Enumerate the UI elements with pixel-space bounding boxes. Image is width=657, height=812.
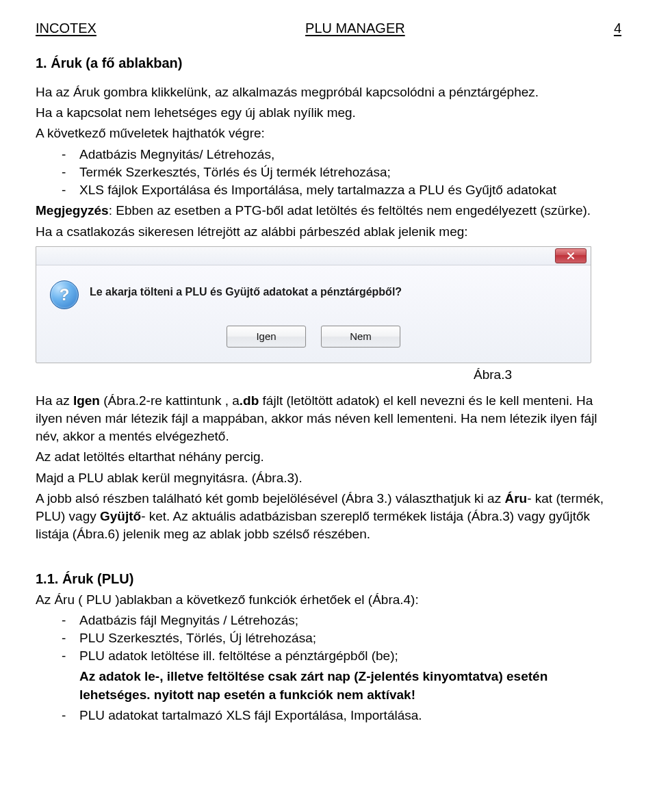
dialog-buttons-row: Igen Nem — [36, 315, 591, 363]
section1-bullets: Adatbázis Megnyitás/ Létrehozás, Termék … — [36, 146, 621, 200]
section1-para2: Ha a kapcsolat nem lehetséges egy új abl… — [36, 104, 621, 122]
dialog-body: ? Le akarja tölteni a PLU és Gyüjtő adat… — [36, 265, 591, 315]
t-bold-gyujto: Gyüjtő — [100, 509, 141, 523]
header-left: INCOTEX — [36, 21, 96, 36]
bullet-item: Adatbázis Megnyitás/ Létrehozás, — [36, 146, 621, 163]
page-header: INCOTEX PLU MANAGER 4 — [36, 21, 621, 38]
t: A jobb alsó részben található két gomb b… — [36, 491, 504, 506]
bullet-item: XLS fájlok Exportálása és Importálása, m… — [36, 181, 621, 199]
after-p1: Ha az Igen (Ábra.2-re kattintunk , a.db … — [36, 392, 621, 446]
section-1-1-title: 1.1. Áruk (PLU) — [36, 571, 621, 587]
section1-note: Megjegyzés: Ebben az esetben a PTG-ből a… — [36, 202, 621, 220]
note-label: Megjegyzés — [36, 203, 109, 218]
bullet-item: PLU adatok letöltése ill. feltöltése a p… — [36, 647, 621, 665]
yes-button[interactable]: Igen — [227, 326, 306, 348]
document-page: INCOTEX PLU MANAGER 4 1. Áruk (a fő abla… — [0, 0, 657, 755]
after-p2: Az adat letöltés eltarthat néhány percig… — [36, 448, 621, 466]
question-mark: ? — [60, 285, 70, 304]
section1-para1: Ha az Áruk gombra klikkelünk, az alkalma… — [36, 83, 621, 101]
note-rest: : Ebben az esetben a PTG-ből adat letölt… — [109, 203, 591, 218]
header-center: PLU MANAGER — [305, 21, 405, 36]
after-p4: A jobb alsó részben található két gomb b… — [36, 490, 621, 544]
page-number: 4 — [614, 21, 621, 36]
t-bold-db: .db — [240, 393, 259, 408]
bullet-item: Adatbázis fájl Megnyitás / Létrehozás; — [36, 612, 621, 629]
section11-intro: Az Áru ( PLU )ablakban a következő funkc… — [36, 591, 621, 609]
section1-para3: A következő műveletek hajthatók végre: — [36, 125, 621, 142]
section11-bullets: Adatbázis fájl Megnyitás / Létrehozás; P… — [36, 612, 621, 666]
section-1-title: 1. Áruk (a fő ablakban) — [36, 55, 621, 71]
no-button[interactable]: Nem — [321, 326, 400, 348]
t-bold-igen: Igen — [73, 393, 100, 408]
confirm-dialog: ? Le akarja tölteni a PLU és Gyüjtő adat… — [36, 246, 591, 363]
t: (Ábra.2-re kattintunk , a — [100, 393, 240, 408]
close-icon — [567, 252, 574, 259]
section11-bold-note: Az adatok le-, illetve feltöltése csak z… — [36, 668, 621, 703]
bullet-item: PLU Szerkesztés, Törlés, Új létrehozása; — [36, 629, 621, 647]
bullet-item: PLU adatokat tartalmazó XLS fájl Exportá… — [36, 707, 621, 724]
section11-bullets2: PLU adatokat tartalmazó XLS fájl Exportá… — [36, 707, 621, 724]
section1-para4: Ha a csatlakozás sikeresen létrejött az … — [36, 223, 621, 241]
bold-warn: Az adatok le-, illetve feltöltése csak z… — [79, 669, 548, 701]
bullet-item: Termék Szerkesztés, Törlés és Új termék … — [36, 163, 621, 181]
question-icon: ? — [50, 280, 79, 309]
figure3-caption: Ábra.3 — [36, 367, 621, 382]
t: Ha az — [36, 393, 73, 408]
dialog-message: Le akarja tölteni a PLU és Gyüjtő adatok… — [90, 280, 402, 298]
after-p3: Majd a PLU ablak kerül megnyitásra. (Ábr… — [36, 469, 621, 487]
close-button[interactable] — [555, 248, 587, 263]
dialog-titlebar — [36, 247, 591, 265]
t-bold-aru: Áru — [504, 491, 527, 506]
